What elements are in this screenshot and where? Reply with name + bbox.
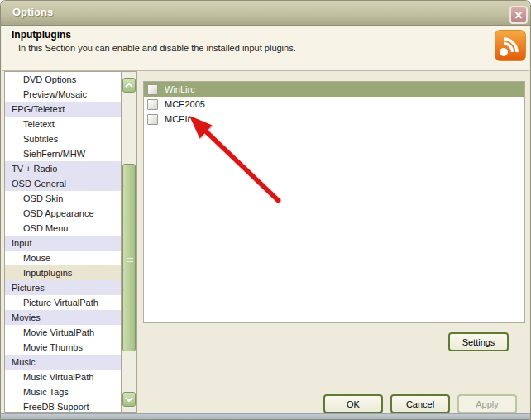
sidebar-scrollbar[interactable] — [121, 71, 137, 413]
section-description: In this Section you can enable and disab… — [18, 43, 296, 53]
sidebar-item-siehfern-mhw[interactable]: SiehFern/MHW — [5, 146, 121, 161]
window-bottom-border — [1, 413, 530, 419]
remote-signal-icon — [495, 30, 526, 61]
scrollbar-grip — [127, 255, 133, 262]
plugin-label: MCEIr — [165, 114, 190, 124]
sidebar-item-teletext[interactable]: Teletext — [5, 117, 121, 131]
sidebar-item-inputplugins[interactable]: Inputplugins — [5, 265, 121, 280]
scroll-down-icon[interactable] — [122, 392, 136, 407]
apply-button[interactable]: Apply — [457, 394, 517, 413]
section-header: Inputplugins In this Section you can ena… — [2, 26, 529, 71]
sidebar-item-osd-general[interactable]: OSD General — [5, 176, 121, 191]
sidebar-item-movie-thumbs[interactable]: Movie Thumbs — [5, 340, 121, 355]
sidebar-item-osd-skin[interactable]: OSD Skin — [5, 191, 121, 206]
cancel-button[interactable]: Cancel — [390, 394, 450, 413]
section-title: Inputplugins — [12, 29, 71, 41]
ok-button[interactable]: OK — [323, 394, 383, 413]
sidebar-item-preview-mosaic[interactable]: Preview/Mosaic — [5, 87, 121, 102]
sidebar-item-music[interactable]: Music — [5, 355, 121, 370]
options-dialog: Options ✕ Inputplugins In this Section y… — [0, 0, 531, 420]
checkbox-icon[interactable] — [147, 84, 158, 95]
settings-tree: DVD OptionsPreview/MosaicEPG/TeletextTel… — [4, 71, 121, 413]
sidebar-item-movie-virtualpath[interactable]: Movie VirtualPath — [5, 325, 121, 340]
sidebar-item-osd-menu[interactable]: OSD Menu — [5, 221, 121, 236]
sidebar-item-tv-radio[interactable]: TV + Radio — [5, 161, 121, 176]
sidebar-item-movies[interactable]: Movies — [5, 310, 121, 325]
plugin-row-mceir[interactable]: MCEIr — [144, 112, 524, 126]
scrollbar-thumb[interactable] — [122, 164, 136, 351]
sidebar-item-music-virtualpath[interactable]: Music VirtualPath — [5, 370, 121, 384]
sidebar-item-dvd-options[interactable]: DVD Options — [5, 72, 121, 87]
settings-button[interactable]: Settings — [448, 332, 509, 351]
sidebar-item-picture-virtualpath[interactable]: Picture VirtualPath — [5, 295, 121, 310]
sidebar-item-subtitles[interactable]: Subtitles — [5, 131, 121, 146]
sidebar-item-pictures[interactable]: Pictures — [5, 280, 121, 295]
sidebar-item-music-tags[interactable]: Music Tags — [5, 384, 121, 399]
plugin-label: MCE2005 — [165, 99, 205, 109]
window-title: Options — [12, 6, 53, 18]
sidebar-item-input[interactable]: Input — [5, 236, 121, 251]
sidebar-item-osd-appearance[interactable]: OSD Appearance — [5, 206, 121, 221]
sidebar-item-epg-teletext[interactable]: EPG/Teletext — [5, 102, 121, 117]
title-bar[interactable]: Options ✕ — [1, 1, 530, 26]
sidebar-item-freedb-support[interactable]: FreeDB Support — [5, 399, 121, 413]
close-icon[interactable]: ✕ — [509, 6, 528, 24]
plugin-label: WinLirc — [165, 84, 195, 94]
checkbox-icon[interactable] — [147, 99, 158, 110]
plugin-list-panel: WinLircMCE2005MCEIr — [143, 81, 525, 323]
sidebar-item-mouse[interactable]: Mouse — [5, 251, 121, 265]
scroll-up-icon[interactable] — [122, 78, 136, 93]
checkbox-icon[interactable] — [147, 114, 158, 125]
plugin-row-mce2005[interactable]: MCE2005 — [144, 97, 524, 112]
plugin-row-winlirc[interactable]: WinLirc — [144, 82, 524, 97]
